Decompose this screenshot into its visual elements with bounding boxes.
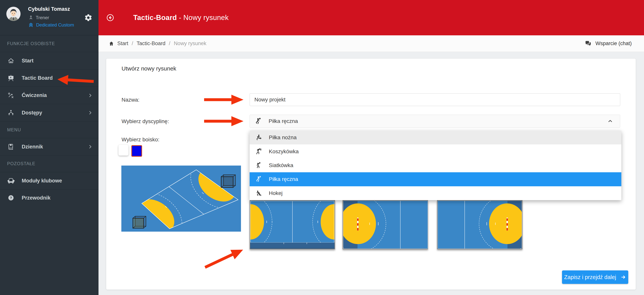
avatar: [6, 7, 20, 21]
sidebar-section-menu: MENU: [0, 122, 98, 138]
back-icon[interactable]: [106, 14, 114, 22]
breadcrumb-separator: /: [132, 40, 133, 46]
discipline-selected-value: Piłka ręczna: [268, 118, 298, 124]
option-koszykowka[interactable]: Koszykówka: [250, 144, 621, 158]
sidebar-item-label: Dziennik: [22, 144, 43, 150]
court-thumbnail-half-left[interactable]: [342, 200, 428, 249]
section-label: POZOSTAŁE: [7, 161, 35, 166]
volleyball-icon: [255, 162, 262, 169]
chevron-right-icon: [87, 92, 93, 98]
svg-text:?: ?: [10, 196, 12, 200]
save-button-label: Zapisz i przejdź dalej: [564, 274, 616, 280]
board-color-white-swatch[interactable]: [118, 145, 128, 156]
sidebar-item-tactic-board[interactable]: Tactic Board: [0, 69, 98, 86]
option-label: Siatkówka: [269, 162, 294, 168]
handball-icon: [254, 118, 261, 125]
option-label: Hokej: [269, 190, 283, 196]
board-color-blue-swatch[interactable]: [131, 145, 142, 157]
goal-top: [221, 175, 236, 188]
user-name: Cybulski Tomasz: [28, 6, 70, 12]
option-pilka-nozna[interactable]: Piłka nożna: [250, 130, 621, 144]
chevron-right-icon: [87, 110, 93, 116]
name-input[interactable]: [250, 93, 620, 106]
sidebar-item-label: Dostępy: [22, 110, 42, 116]
court-preview-image: [121, 166, 241, 232]
person-icon: [28, 15, 34, 20]
discipline-label: Wybierz dyscyplinę:: [122, 118, 169, 124]
hockey-icon: [255, 190, 262, 196]
court-thumbnail-full[interactable]: [250, 200, 335, 249]
sidebar-item-dziennik[interactable]: Dziennik: [0, 138, 98, 155]
tactic-board-icon: [7, 74, 15, 82]
chevron-right-icon: [87, 144, 93, 150]
sidebar: Cybulski Tomasz Trener Dedicated Custom …: [0, 0, 98, 295]
user-role-label: Trener: [36, 15, 49, 20]
sidebar-section-pozostale: POZOSTAŁE: [0, 155, 98, 172]
sidebar-item-label: Przewodnik: [22, 195, 50, 201]
option-siatkowka[interactable]: Siatkówka: [250, 158, 621, 172]
sidebar-item-label: Moduły klubowe: [22, 178, 62, 184]
access-icon: [7, 109, 15, 116]
user-plan-label: Dedicated Custom: [36, 22, 74, 28]
breadcrumb-item-tactic-board[interactable]: Tactic-Board: [137, 40, 166, 46]
page-title: Tactic-Board - Nowy rysunek: [133, 14, 229, 22]
board-label: Wybierz boisko:: [122, 136, 159, 143]
sidebar-section-funkcje-osobiste: FUNKCJE OSOBISTE: [0, 35, 98, 52]
sidebar-item-label: Ćwiczenia: [22, 92, 47, 98]
section-label: FUNKCJE OSOBISTE: [7, 41, 55, 46]
name-label: Nazwa:: [122, 97, 140, 103]
handball-icon: [255, 176, 262, 182]
court-thumbnail-half-right[interactable]: [437, 200, 522, 249]
sidebar-item-cwiczenia[interactable]: Ćwiczenia: [0, 86, 98, 104]
basketball-icon: [255, 148, 262, 155]
user-role: Trener: [28, 15, 49, 20]
option-label: Koszykówka: [269, 148, 299, 154]
breadcrumb-item-current: Nowy rysunek: [174, 40, 206, 46]
arrow-right-icon: [620, 274, 626, 280]
sidebar-item-label: Start: [22, 58, 34, 64]
chat-icon: [585, 40, 592, 47]
soccer-icon: [255, 134, 262, 141]
option-pilka-reczna[interactable]: Piłka ręczna: [250, 172, 621, 186]
guide-icon: ?: [7, 194, 15, 202]
app-header: Tactic-Board - Nowy rysunek: [98, 0, 644, 35]
option-hokej[interactable]: Hokej: [250, 186, 621, 200]
discipline-select[interactable]: Piłka ręczna: [250, 115, 620, 128]
sidebar-item-moduly-klubowe[interactable]: Moduły klubowe: [0, 172, 98, 189]
sidebar-item-przewodnik[interactable]: ? Przewodnik: [0, 189, 98, 206]
exercises-icon: [7, 92, 15, 99]
upgrade-icon: [28, 22, 34, 28]
user-profile: Cybulski Tomasz Trener Dedicated Custom: [0, 0, 98, 35]
sidebar-item-start[interactable]: Start: [0, 52, 98, 69]
section-label: MENU: [7, 127, 21, 132]
option-label: Piłka ręczna: [269, 176, 298, 182]
discipline-dropdown: Piłka nożna Koszykówka Siatkówka Piłka r…: [250, 130, 621, 200]
breadcrumb-separator: /: [169, 40, 170, 46]
club-modules-icon: [7, 177, 15, 184]
chevron-up-icon: [607, 118, 614, 124]
breadcrumb-item-start[interactable]: Start: [117, 40, 128, 46]
sidebar-item-label: Tactic Board: [22, 75, 53, 81]
option-label: Piłka nożna: [269, 134, 297, 140]
page-title-rest: - Nowy rysunek: [177, 14, 229, 22]
home-icon: [7, 57, 15, 64]
page-title-app: Tactic-Board: [133, 14, 177, 22]
support-chat-label: Wsparcie (chat): [596, 40, 632, 46]
breadcrumb-home-icon[interactable]: [108, 41, 114, 46]
journal-icon: [7, 143, 15, 150]
gear-icon[interactable]: [84, 14, 92, 22]
card-title: Utwórz nowy rysunek: [122, 65, 176, 72]
support-chat-link[interactable]: Wsparcie (chat): [585, 40, 632, 47]
sidebar-item-dostepy[interactable]: Dostępy: [0, 104, 98, 122]
breadcrumb-bar: Start / Tactic-Board / Nowy rysunek Wspa…: [98, 35, 644, 52]
goal-bottom: [133, 216, 146, 228]
save-and-continue-button[interactable]: Zapisz i przejdź dalej: [562, 270, 628, 284]
user-plan[interactable]: Dedicated Custom: [28, 22, 74, 28]
